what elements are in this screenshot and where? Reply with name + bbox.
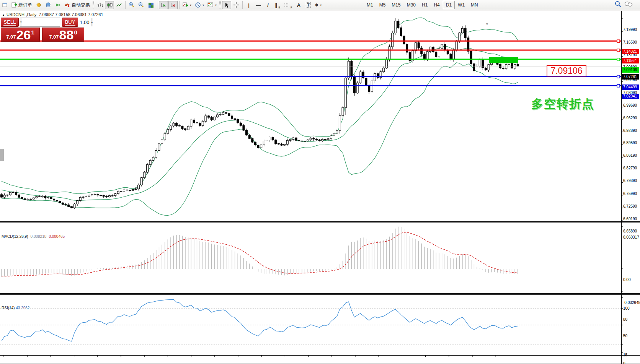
price-callout-label[interactable]: 7.09106 <box>547 65 586 76</box>
fibonacci-tool[interactable]: F <box>282 1 294 9</box>
timeframe-W1[interactable]: W1 <box>455 1 468 9</box>
rsi-tick: 50 <box>623 334 627 338</box>
timeframe-D1[interactable]: D1 <box>443 1 455 9</box>
timeframe-M1[interactable]: M1 <box>364 1 376 9</box>
rsi-tick: 15 <box>623 353 627 357</box>
price-tick: 6.65890 <box>623 229 637 233</box>
timeframe-group: M1M5M15M30H1H4D1W1MN <box>364 1 481 9</box>
timeframe-H1[interactable]: H1 <box>419 1 431 9</box>
profile-cloud-icon <box>45 2 51 8</box>
auto-trading-button[interactable]: 自动交易 <box>63 1 91 9</box>
volume-spinner: ▾ ▴ <box>20 18 60 27</box>
level-badge-7.14021: 7.14021 <box>622 49 639 54</box>
zoom-in-icon <box>129 2 135 8</box>
shapes-dropdown[interactable]: ❖▾ <box>313 1 323 9</box>
auto-trading-icon <box>64 2 70 8</box>
volume-increase-button[interactable]: ▴ <box>91 18 93 26</box>
templates-dropdown[interactable]: ▾ <box>206 1 218 9</box>
candlestick-chart-button[interactable] <box>105 1 114 9</box>
sell-button[interactable]: SELL <box>1 18 19 27</box>
volume-input[interactable] <box>22 18 91 26</box>
price-tick: 6.92890 <box>623 128 637 132</box>
indicators-icon <box>183 2 188 8</box>
pane-grip[interactable] <box>0 149 4 161</box>
ohlc-values: 7.06987 7.08158 7.06381 7.07261 <box>39 12 103 17</box>
caret-down-icon: ▾ <box>320 3 322 7</box>
community-button[interactable] <box>44 1 53 9</box>
chart-shift-icon <box>170 2 176 8</box>
crosshair-tool-button[interactable] <box>232 1 241 9</box>
chart-shift-button[interactable] <box>168 1 178 9</box>
text-tool[interactable]: A <box>294 1 303 9</box>
equidistant-channel-tool[interactable]: ∥E <box>273 1 282 9</box>
auto-scroll-button[interactable] <box>159 1 168 9</box>
caret-down-icon: ▾ <box>202 3 204 7</box>
horizontal-line-tool[interactable]: — <box>254 1 263 9</box>
price-tick: 6.82790 <box>623 166 637 170</box>
price-tick: 6.75990 <box>623 191 637 195</box>
rsi-tick: 100 <box>623 306 630 310</box>
chart-shift-marker-icon[interactable]: ▼ <box>485 22 489 26</box>
timeframe-M15[interactable]: M15 <box>389 1 403 9</box>
buy-price-display[interactable]: 7.07880 <box>42 28 84 42</box>
candlestick-chart-icon <box>107 2 113 8</box>
trendline-tool[interactable]: / <box>263 1 273 9</box>
rsi-tick: 0 <box>623 361 625 364</box>
signals-button[interactable] <box>53 1 62 9</box>
search-icon[interactable] <box>615 1 621 7</box>
bar-chart-icon <box>97 2 103 8</box>
macd-label: MACD(12,26,9) -0.008218 -0.000465 <box>2 234 65 239</box>
price-tick: 7.16590 <box>623 40 637 44</box>
bar-chart-button[interactable] <box>95 1 104 9</box>
zoom-in-button[interactable] <box>127 1 136 9</box>
tile-windows-button[interactable] <box>146 1 155 9</box>
fibonacci-icon <box>284 2 289 8</box>
level-badge-7.09106: 7.09106 <box>622 67 639 73</box>
collapse-arrow-icon: ▲ <box>2 13 5 17</box>
chart-annotation-text[interactable]: 多空转折点 <box>531 96 594 112</box>
toolbar-grip[interactable] <box>93 1 94 9</box>
new-order-label: 新订单 <box>18 2 32 8</box>
price-tick: 6.99690 <box>623 103 637 107</box>
zoom-out-button[interactable] <box>137 1 146 9</box>
chart-window[interactable]: ▲USDCNH-,Daily 7.06987 7.08158 7.06381 7… <box>0 11 640 364</box>
timeframe-MN[interactable]: MN <box>468 1 481 9</box>
rsi-value: 43.2962 <box>16 306 29 310</box>
macd-main-value: -0.008218 <box>29 234 46 239</box>
timeframe-H4[interactable]: H4 <box>431 1 442 9</box>
market-watch-button[interactable] <box>34 1 43 9</box>
chat-icon[interactable] <box>624 1 633 7</box>
symbol-period: USDCNH-,Daily <box>7 12 36 17</box>
chart-canvas[interactable] <box>0 11 640 364</box>
gold-icon <box>36 2 42 8</box>
rsi-label: RSI(14) 43.2962 <box>2 306 29 310</box>
chart-title: ▲USDCNH-,Daily 7.06987 7.08158 7.06381 7… <box>2 12 103 17</box>
vertical-line-tool[interactable]: | <box>244 1 253 9</box>
caret-down-icon: ▾ <box>190 3 191 7</box>
indicators-dropdown[interactable]: ▾ <box>181 1 193 9</box>
timeframe-M30[interactable]: M30 <box>404 1 419 9</box>
timeframe-M5[interactable]: M5 <box>376 1 389 9</box>
macd-tick: -0.032648 <box>623 301 640 305</box>
template-icon <box>207 2 214 8</box>
sell-price-display[interactable]: 7.07261 <box>1 28 40 42</box>
price-tick: 6.89590 <box>623 141 637 145</box>
new-order-icon <box>11 2 17 8</box>
price-tick: 6.79390 <box>623 179 637 183</box>
caret-down-icon: ▾ <box>215 3 217 7</box>
text-label-tool[interactable]: T <box>304 1 313 9</box>
toolbar-grip[interactable] <box>219 1 221 9</box>
buy-button[interactable]: BUY <box>62 18 78 27</box>
clock-icon <box>195 2 201 8</box>
periods-dropdown[interactable]: ▾ <box>193 1 206 9</box>
price-tick: 6.69190 <box>623 216 637 221</box>
macd-tick: 0.00 <box>623 278 630 282</box>
new-order-button[interactable]: 新订单 <box>10 1 34 9</box>
main-toolbar: 新订单 自动交易 <box>0 0 640 10</box>
auto-scroll-icon <box>161 2 167 8</box>
line-chart-button[interactable] <box>114 1 124 9</box>
window-menu-icon[interactable] <box>0 1 10 9</box>
chart-window-icon <box>2 2 8 8</box>
cursor-tool-button[interactable] <box>222 1 231 9</box>
zoom-out-icon <box>138 2 144 8</box>
